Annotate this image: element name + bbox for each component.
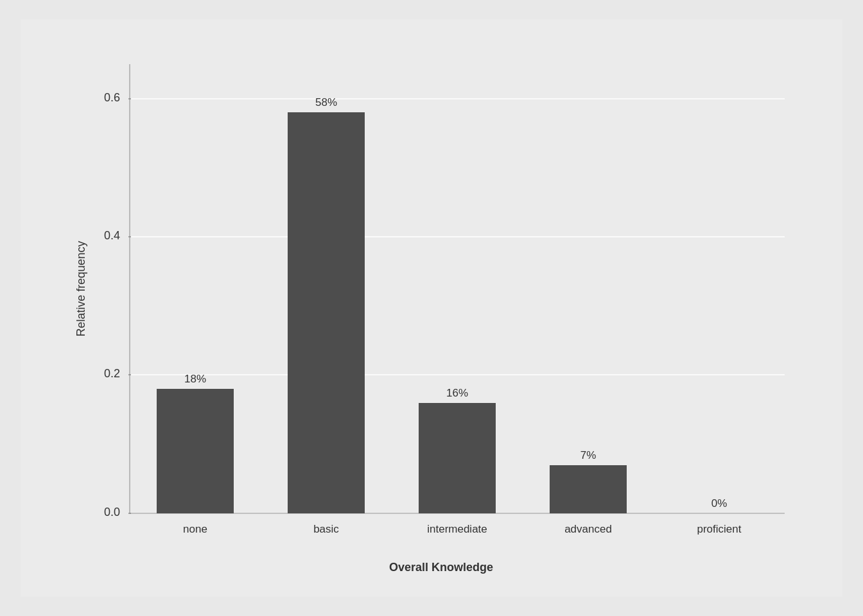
y-tick-label-06: 0.6	[104, 91, 120, 104]
bar-label-none: 18%	[184, 373, 206, 385]
bar-label-intermediate: 16%	[446, 387, 468, 399]
x-tick-basic: basic	[313, 523, 339, 535]
bar-advanced	[550, 465, 627, 513]
x-tick-none: none	[183, 523, 207, 535]
x-tick-proficient: proficient	[697, 523, 742, 535]
bar-intermediate	[419, 403, 496, 513]
chart-area: Relative frequency 0.0 0.2	[78, 45, 804, 533]
bar-label-advanced: 7%	[580, 449, 597, 461]
x-axis-label: Overall Knowledge	[389, 561, 493, 574]
chart-container: Relative frequency 0.0 0.2	[21, 19, 842, 597]
bar-label-proficient: 0%	[711, 497, 728, 509]
bar-basic	[288, 112, 365, 513]
y-tick-label-04: 0.4	[104, 229, 120, 242]
bar-none	[157, 389, 234, 513]
y-tick-label-02: 0.2	[104, 367, 120, 380]
y-tick-label-00: 0.0	[104, 506, 120, 518]
x-tick-intermediate: intermediate	[427, 523, 487, 535]
x-tick-advanced: advanced	[564, 523, 612, 535]
y-axis-label: Relative frequency	[74, 241, 88, 336]
bar-chart: 0.0 0.2 0.4 0.6 18% none 58%	[78, 45, 804, 533]
bar-label-basic: 58%	[315, 96, 337, 108]
